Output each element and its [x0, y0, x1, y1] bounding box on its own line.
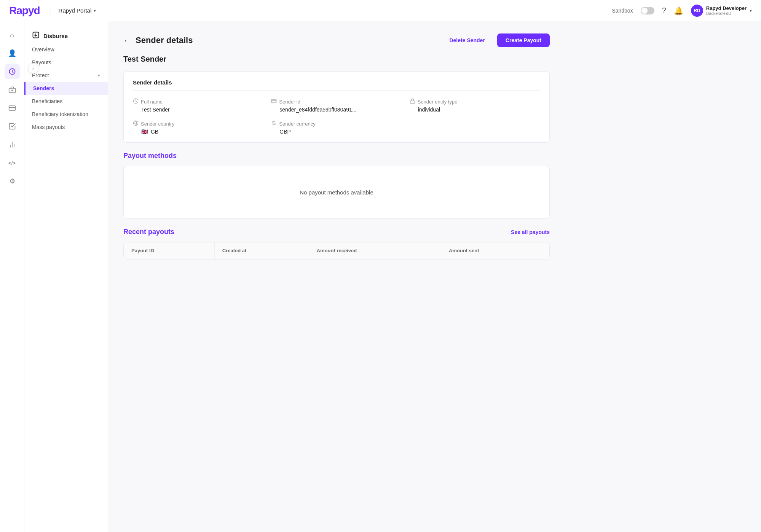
svg-rect-13	[410, 101, 415, 104]
entity-type-value: individual	[410, 107, 540, 113]
nav-icon-disburse[interactable]	[5, 64, 20, 79]
col-amount-sent: Amount sent	[441, 242, 549, 259]
nav-icon-person[interactable]: 👤	[5, 46, 20, 61]
nav-item-beneficiaries[interactable]: Beneficiaries	[24, 95, 108, 108]
nav-icon-card[interactable]	[5, 100, 20, 116]
toggle-thumb	[641, 8, 648, 14]
content-area: ← Sender details Delete Sender Create Pa…	[108, 21, 761, 532]
payout-methods-empty: No payout methods available	[123, 166, 550, 219]
avatar: RD	[691, 5, 703, 17]
nav-item-label-senders: Senders	[33, 85, 54, 91]
col-created-at: Created at	[214, 242, 309, 259]
sender-id-label-row: Sender id	[271, 98, 402, 105]
detail-full-name: Full name Test Sender	[133, 98, 263, 113]
delete-sender-button[interactable]: Delete Sender	[443, 34, 491, 46]
table-header-row: Payout ID Created at Amount received Amo…	[124, 242, 549, 259]
payouts-table: Payout ID Created at Amount received Amo…	[124, 242, 549, 259]
country-flag: 🇬🇧	[141, 129, 148, 135]
currency-label-row: Sender currency	[271, 120, 402, 127]
nav-icon-home[interactable]: ⌂	[5, 27, 20, 43]
create-payout-button[interactable]: Create Payout	[497, 33, 550, 47]
payouts-table-wrap: Payout ID Created at Amount received Amo…	[123, 242, 550, 260]
nav-icon-wallet[interactable]	[5, 82, 20, 97]
topbar-right: Sandbox ? 🔔 RD Rapyd Developer BackendR&…	[612, 5, 752, 17]
sender-details-title: Sender details	[124, 72, 549, 90]
detail-sender-id: Sender id sender_e84fddfea59bff080a91...	[271, 98, 402, 113]
full-name-label-row: Full name	[133, 98, 263, 105]
nav-item-overview[interactable]: Overview	[24, 43, 108, 56]
svg-rect-4	[9, 106, 15, 110]
sender-detail-grid: Full name Test Sender Sender id	[124, 91, 549, 142]
icon-sidebar: ⌂ 👤 </> ⚙	[0, 21, 24, 532]
main-area: › ⌂ 👤 </> ⚙	[0, 21, 761, 532]
country-value: 🇬🇧 GB	[133, 129, 263, 135]
back-button[interactable]: ←	[123, 36, 131, 45]
col-payout-id: Payout ID	[124, 242, 214, 259]
portal-selector[interactable]: Rapyd Portal ▾	[59, 7, 96, 14]
globe-icon	[133, 120, 139, 127]
detail-entity-type: Sender entity type individual	[410, 98, 540, 113]
see-all-payouts-link[interactable]: See all payouts	[511, 229, 550, 235]
nav-item-mass-payouts[interactable]: Mass payouts	[24, 121, 108, 134]
logo: Rapyd	[9, 5, 40, 17]
user-name: Rapyd Developer	[706, 5, 747, 11]
lock-icon	[410, 98, 415, 105]
page-header-right: Delete Sender Create Payout	[443, 33, 550, 47]
detail-currency: Sender currency GBP	[271, 120, 402, 135]
svg-rect-11	[272, 99, 277, 103]
topbar: Rapyd Rapyd Portal ▾ Sandbox ? 🔔 RD Rapy…	[0, 0, 761, 21]
portal-chevron-icon: ▾	[94, 8, 96, 13]
portal-label: Rapyd Portal	[59, 7, 92, 14]
clock-icon	[133, 98, 139, 105]
full-name-value: Test Sender	[133, 107, 263, 113]
bell-icon[interactable]: 🔔	[674, 6, 683, 15]
payout-methods-section: Payout methods No payout methods availab…	[123, 152, 550, 219]
app: Rapyd Rapyd Portal ▾ Sandbox ? 🔔 RD Rapy…	[0, 0, 761, 532]
nav-icon-gear[interactable]: ⚙	[5, 174, 20, 189]
sender-id-value: sender_e84fddfea59bff080a91...	[271, 107, 402, 113]
nav-icon-code[interactable]: </>	[5, 155, 20, 170]
recent-payouts-section: Recent payouts See all payouts Payout ID…	[123, 228, 550, 260]
topbar-divider	[51, 5, 51, 16]
country-label: Sender country	[141, 121, 174, 127]
full-name-label: Full name	[141, 99, 163, 105]
page-title: Sender details	[136, 35, 193, 45]
sender-name: Test Sender	[123, 55, 550, 64]
nav-item-label-beneficiaries: Beneficiaries	[32, 98, 62, 104]
sidebar-collapse-button[interactable]: ›	[28, 63, 38, 74]
nav-item-label-tokenization: Beneficiary tokenization	[32, 111, 88, 117]
nav-item-senders[interactable]: Senders	[24, 82, 108, 95]
id-icon	[271, 98, 277, 105]
currency-icon	[271, 120, 277, 127]
nav-item-label-overview: Overview	[32, 46, 54, 53]
country-label-row: Sender country	[133, 120, 263, 127]
entity-type-label: Sender entity type	[418, 99, 458, 105]
nav-sidebar: Disburse Overview Payouts Protect ▾ Send…	[24, 21, 108, 532]
currency-label: Sender currency	[279, 121, 315, 127]
nav-item-beneficiary-tokenization[interactable]: Beneficiary tokenization	[24, 108, 108, 121]
disburse-section-icon	[32, 31, 40, 41]
nav-section-header: Disburse	[24, 27, 108, 43]
recent-payouts-title: Recent payouts	[123, 228, 174, 236]
nav-item-label-mass-payouts: Mass payouts	[32, 124, 65, 130]
detail-country: Sender country 🇬🇧 GB	[133, 120, 263, 135]
nav-icon-check[interactable]	[5, 119, 20, 134]
page-header: ← Sender details Delete Sender Create Pa…	[123, 33, 550, 47]
user-details: Rapyd Developer BackendR&D	[706, 5, 747, 16]
sender-details-card: Sender details Full name Test Sender	[123, 71, 550, 143]
currency-value: GBP	[271, 129, 402, 135]
sandbox-toggle[interactable]	[641, 7, 654, 14]
col-amount-received: Amount received	[309, 242, 441, 259]
user-role: BackendR&D	[706, 11, 747, 16]
nav-icon-chart[interactable]	[5, 137, 20, 152]
protect-chevron-icon: ▾	[98, 73, 100, 78]
table-head: Payout ID Created at Amount received Amo…	[124, 242, 549, 259]
country-code: GB	[151, 129, 158, 135]
page-inner: ← Sender details Delete Sender Create Pa…	[108, 21, 565, 272]
user-menu[interactable]: RD Rapyd Developer BackendR&D ▾	[691, 5, 752, 17]
user-chevron-icon: ▾	[750, 8, 752, 13]
help-icon[interactable]: ?	[662, 6, 666, 15]
page-header-left: ← Sender details	[123, 35, 193, 45]
sandbox-label: Sandbox	[612, 8, 633, 14]
payout-methods-title: Payout methods	[123, 152, 550, 160]
